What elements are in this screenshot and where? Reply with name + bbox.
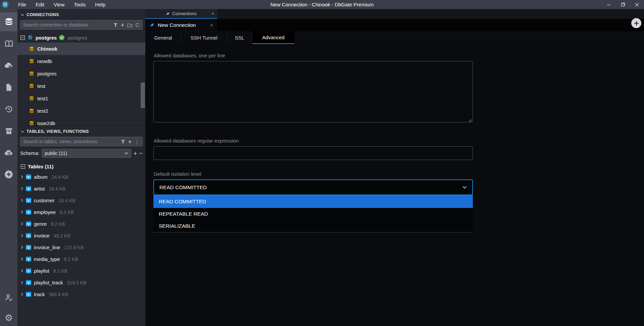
- database-name: newdb: [37, 58, 52, 64]
- database-row[interactable]: postgres: [17, 67, 145, 80]
- chevron-right-icon[interactable]: [21, 292, 23, 296]
- chevron-down-icon[interactable]: [21, 14, 24, 16]
- collapse-box-icon[interactable]: [21, 164, 25, 169]
- add-tab-fab-button[interactable]: [631, 18, 641, 28]
- menu-view[interactable]: View: [49, 0, 69, 9]
- tab-ssh-tunnel[interactable]: SSH Tunnel: [181, 31, 227, 44]
- rail-history-button[interactable]: [0, 100, 17, 118]
- chevron-right-icon[interactable]: [21, 187, 23, 191]
- close-window-button[interactable]: [630, 0, 644, 9]
- menu-edit[interactable]: Edit: [31, 0, 49, 9]
- rail-account-button[interactable]: [0, 288, 17, 307]
- database-row[interactable]: type2db: [17, 117, 145, 126]
- new-folder-icon[interactable]: [127, 23, 132, 27]
- tab-new-connection[interactable]: New Connection ×: [145, 19, 217, 31]
- tables-search-input[interactable]: [23, 139, 118, 144]
- chevron-down-icon[interactable]: [21, 130, 24, 133]
- rail-docs-button[interactable]: [0, 34, 17, 53]
- database-name: postgres: [37, 71, 57, 76]
- table-row[interactable]: customer 16.4 KB: [17, 195, 145, 206]
- chevron-right-icon[interactable]: [21, 281, 23, 284]
- restore-button[interactable]: [616, 0, 630, 9]
- table-row[interactable]: track 368.6 KB: [17, 288, 145, 300]
- option-read-committed[interactable]: READ COMMITTED: [153, 195, 473, 208]
- collapse-box-icon[interactable]: [20, 36, 25, 40]
- add-schema-icon[interactable]: +: [134, 151, 137, 156]
- app-window: File Edit View Tools Help New Connection…: [0, 0, 644, 326]
- table-row[interactable]: album 24.6 KB: [17, 171, 145, 183]
- table-row[interactable]: media_type 8.2 KB: [17, 253, 145, 265]
- tab-label: New Connection: [158, 22, 196, 28]
- filter-icon[interactable]: [121, 140, 125, 144]
- isolation-label: Default isolation level: [154, 171, 644, 177]
- schema-value: public (11): [45, 151, 67, 156]
- table-row[interactable]: invoice_line 122.9 KB: [17, 241, 145, 253]
- table-name: invoice_line: [34, 245, 60, 250]
- database-row[interactable]: newdb: [17, 55, 145, 67]
- rail-cloud-connections-button[interactable]: [0, 56, 17, 75]
- rail-archive-button[interactable]: [0, 121, 17, 140]
- kebab-menu-icon[interactable]: ⋮: [135, 139, 140, 144]
- chevron-right-icon[interactable]: [21, 199, 23, 202]
- menu-tools[interactable]: Tools: [69, 0, 90, 9]
- table-name: album: [34, 174, 48, 180]
- schema-select[interactable]: public (11): [42, 149, 131, 158]
- table-size: 8.2 KB: [51, 221, 65, 227]
- menu-help[interactable]: Help: [90, 0, 110, 9]
- table-size: 16.4 KB: [59, 198, 76, 203]
- table-row[interactable]: playlist 8.2 KB: [17, 265, 145, 277]
- chevron-right-icon[interactable]: [21, 175, 23, 179]
- tab-advanced[interactable]: Advanced: [252, 31, 294, 44]
- table-row[interactable]: artist 16.4 KB: [17, 183, 145, 195]
- allowed-databases-textarea[interactable]: [153, 61, 473, 122]
- chevron-right-icon[interactable]: [21, 222, 23, 226]
- option-repeatable-read[interactable]: REPEATABLE READ: [153, 208, 473, 220]
- table-size: 16.4 KB: [49, 186, 66, 192]
- rail-files-button[interactable]: [0, 78, 17, 97]
- add-connection-icon[interactable]: +: [121, 22, 124, 28]
- rail-database-button[interactable]: [0, 12, 17, 31]
- menu-file[interactable]: File: [13, 0, 31, 9]
- close-icon[interactable]: ×: [210, 22, 213, 28]
- option-serializable[interactable]: SERIALIZABLE: [153, 220, 473, 232]
- isolation-select[interactable]: READ COMMITTED: [153, 179, 473, 195]
- database-row[interactable]: test2: [17, 105, 145, 117]
- minimize-button[interactable]: [602, 0, 616, 9]
- database-name: type2db: [37, 120, 55, 126]
- plug-icon: [166, 12, 170, 16]
- refresh-icon[interactable]: [135, 23, 140, 27]
- database-row[interactable]: test1: [17, 92, 145, 105]
- close-icon[interactable]: ×: [211, 11, 214, 16]
- rail-cloud-search-button[interactable]: [0, 143, 17, 162]
- connections-scrollbar[interactable]: [141, 83, 145, 108]
- table-icon: [26, 198, 31, 203]
- chevron-right-icon[interactable]: [21, 257, 23, 261]
- connection-row[interactable]: postgres postgres: [17, 33, 145, 43]
- rail-settings-button[interactable]: ⚙: [0, 308, 17, 326]
- rail-add-connection-button[interactable]: [0, 165, 17, 184]
- add-icon[interactable]: +: [128, 139, 132, 145]
- isolation-value: READ COMMITTED: [159, 184, 207, 191]
- table-size: 49.2 KB: [54, 233, 70, 238]
- tables-group-row[interactable]: Tables (11): [17, 162, 145, 171]
- table-icon: [26, 268, 31, 273]
- tab-ssl[interactable]: SSL: [227, 31, 252, 44]
- chevron-right-icon[interactable]: [21, 234, 23, 237]
- resize-grip-icon[interactable]: [469, 119, 472, 122]
- table-row[interactable]: employee 8.2 KB: [17, 206, 145, 218]
- remove-schema-icon[interactable]: −: [139, 151, 143, 156]
- connections-search-input[interactable]: [23, 22, 110, 28]
- table-size: 24.6 KB: [52, 174, 68, 180]
- table-row[interactable]: invoice 49.2 KB: [17, 230, 145, 241]
- tab-group-connections[interactable]: Connections ×: [145, 9, 217, 19]
- table-row[interactable]: genre 8.2 KB: [17, 218, 145, 230]
- filter-icon[interactable]: [113, 23, 118, 27]
- chevron-right-icon[interactable]: [21, 210, 23, 214]
- database-row[interactable]: Chinook: [17, 43, 145, 55]
- chevron-right-icon[interactable]: [21, 246, 23, 249]
- chevron-right-icon[interactable]: [21, 269, 23, 273]
- table-row[interactable]: playlist_track 319.5 KB: [17, 277, 145, 288]
- tab-general[interactable]: General: [145, 31, 181, 44]
- database-row[interactable]: test: [17, 80, 145, 92]
- regex-input[interactable]: [153, 146, 473, 160]
